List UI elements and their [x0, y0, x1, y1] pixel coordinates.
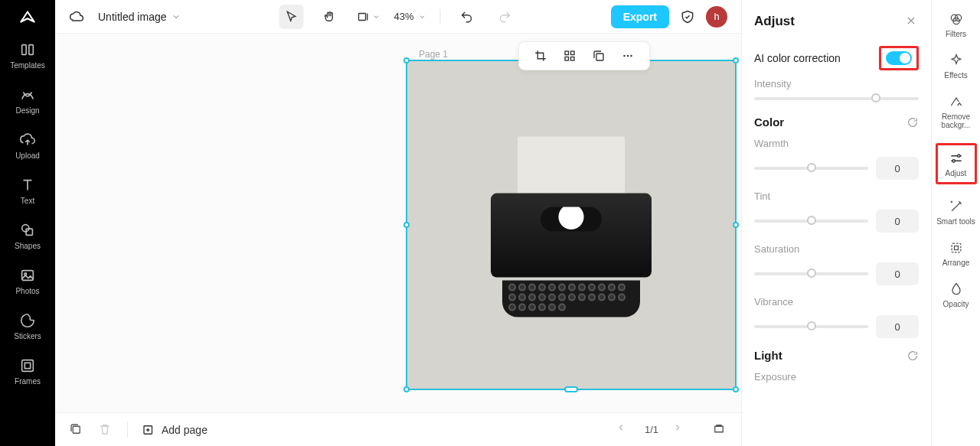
svg-rect-9 — [565, 51, 569, 55]
ai-color-label: AI color correction — [754, 52, 841, 64]
rr-label: Opacity — [943, 300, 969, 308]
layers-button[interactable] — [69, 422, 84, 438]
opacity-icon — [948, 281, 965, 298]
delete-button[interactable] — [98, 422, 113, 438]
vibrance-slider[interactable] — [754, 325, 868, 328]
more-button[interactable] — [620, 48, 635, 63]
tint-value[interactable]: 0 — [876, 210, 919, 233]
canvas-image-content — [491, 136, 652, 317]
sidebar-item-stickers[interactable]: Stickers — [14, 312, 41, 340]
svg-rect-1 — [29, 45, 34, 55]
duplicate-button[interactable] — [591, 48, 606, 63]
sidebar-item-label: Frames — [15, 377, 41, 386]
svg-rect-12 — [571, 57, 575, 61]
sidebar-item-text[interactable]: Text — [19, 177, 36, 205]
photos-icon — [19, 267, 36, 284]
resize-tool[interactable] — [355, 5, 380, 29]
redo-button[interactable] — [493, 5, 518, 29]
crop-button[interactable] — [533, 48, 548, 63]
sidebar-item-label: Design — [15, 106, 39, 115]
svg-point-22 — [957, 155, 959, 157]
svg-point-14 — [623, 55, 625, 57]
resize-handle-br[interactable] — [733, 386, 739, 392]
hand-tool[interactable] — [317, 5, 341, 29]
reset-color-button[interactable] — [906, 116, 919, 129]
warmth-slider[interactable] — [754, 167, 868, 170]
sidebar-item-photos[interactable]: Photos — [15, 267, 39, 295]
export-button[interactable]: Export — [611, 5, 669, 28]
app-logo[interactable] — [17, 6, 38, 28]
bottombar: Add page 1/1 — [55, 412, 741, 446]
rr-remove-bg[interactable]: Remove backgr... — [936, 93, 977, 129]
resize-handle-bl[interactable] — [403, 386, 410, 392]
document-title-text: Untitled image — [98, 11, 167, 23]
saturation-slider[interactable] — [754, 272, 868, 275]
canvas-area[interactable]: Page 1 — [55, 34, 741, 412]
right-sidebar: Filters Effects Remove backgr... Adjust … — [931, 0, 980, 446]
highlight-toggle — [879, 46, 919, 70]
resize-handle-mb[interactable] — [564, 386, 578, 392]
rr-label: Remove backgr... — [936, 112, 977, 129]
exposure-label: Exposure — [754, 371, 919, 383]
close-panel-button[interactable] — [905, 15, 919, 28]
present-button[interactable] — [712, 422, 727, 438]
sidebar-item-shapes[interactable]: Shapes — [15, 222, 41, 250]
svg-rect-13 — [596, 54, 603, 60]
resize-handle-tr[interactable] — [733, 57, 739, 63]
svg-rect-24 — [952, 243, 961, 252]
next-page-button[interactable] — [672, 422, 688, 438]
rr-filters[interactable]: Filters — [936, 11, 977, 38]
rr-label: Arrange — [942, 259, 970, 267]
svg-rect-10 — [571, 51, 575, 55]
svg-rect-25 — [954, 246, 958, 250]
rr-label: Smart tools — [936, 217, 975, 226]
user-avatar[interactable]: h — [706, 6, 727, 28]
sidebar-item-label: Templates — [10, 61, 45, 70]
zoom-value: 43% — [394, 11, 413, 22]
vibrance-value[interactable]: 0 — [876, 315, 919, 338]
rr-opacity[interactable]: Opacity — [936, 281, 977, 308]
page-indicator: 1/1 — [645, 424, 658, 435]
intensity-slider[interactable] — [754, 97, 919, 100]
undo-button[interactable] — [455, 5, 479, 29]
sidebar-item-upload[interactable]: Upload — [15, 132, 40, 160]
selected-image-frame[interactable] — [406, 60, 737, 390]
templates-icon — [19, 41, 36, 58]
document-title[interactable]: Untitled image — [98, 11, 181, 23]
resize-handle-mr[interactable] — [733, 222, 739, 228]
add-page-button[interactable]: Add page — [142, 423, 207, 437]
resize-handle-tl[interactable] — [403, 57, 410, 63]
svg-rect-11 — [565, 57, 569, 61]
sidebar-item-label: Stickers — [14, 332, 41, 340]
prev-page-button[interactable] — [616, 422, 631, 438]
tint-label: Tint — [754, 190, 919, 202]
flip-button[interactable] — [562, 48, 577, 63]
svg-point-23 — [952, 160, 955, 162]
color-section-title: Color — [754, 116, 784, 129]
shield-icon[interactable] — [680, 9, 695, 24]
svg-rect-17 — [73, 426, 80, 433]
svg-rect-6 — [22, 360, 34, 372]
rr-effects[interactable]: Effects — [936, 52, 977, 80]
cursor-tool[interactable] — [279, 5, 303, 29]
sidebar-item-design[interactable]: Design — [15, 86, 39, 115]
rr-adjust[interactable]: Adjust — [936, 143, 977, 184]
sidebar-item-templates[interactable]: Templates — [10, 41, 45, 70]
tint-slider[interactable] — [754, 220, 868, 223]
svg-rect-3 — [26, 229, 32, 235]
cloud-status-icon[interactable] — [69, 9, 84, 24]
svg-rect-8 — [358, 13, 365, 20]
rr-arrange[interactable]: Arrange — [936, 239, 977, 267]
svg-point-15 — [627, 55, 629, 57]
sidebar-item-frames[interactable]: Frames — [15, 357, 41, 386]
reset-light-button[interactable] — [906, 350, 919, 362]
rr-smart-tools[interactable]: Smart tools — [936, 198, 977, 226]
resize-handle-ml[interactable] — [403, 222, 410, 228]
intensity-label: Intensity — [754, 78, 919, 90]
zoom-display[interactable]: 43% — [394, 11, 426, 22]
add-page-label: Add page — [162, 424, 207, 436]
warmth-label: Warmth — [754, 138, 919, 149]
saturation-value[interactable]: 0 — [876, 262, 919, 285]
ai-color-toggle[interactable] — [886, 51, 912, 65]
warmth-value[interactable]: 0 — [876, 157, 919, 180]
